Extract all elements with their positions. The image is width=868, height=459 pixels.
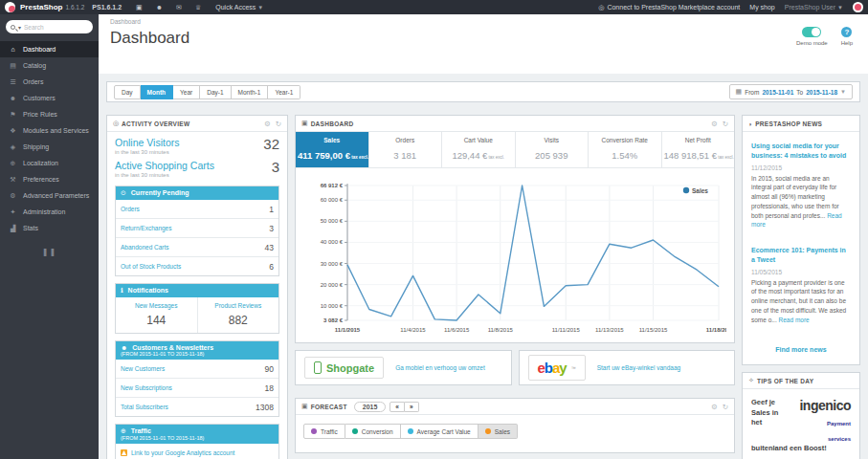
article-title[interactable]: Ecommerce 101: Payments in a Tweet: [751, 246, 851, 265]
demo-mode-control[interactable]: Demo mode: [796, 27, 828, 46]
sidebar-item-preferences[interactable]: ⚒Preferences: [0, 171, 99, 187]
activity-stat-label[interactable]: Active Shopping Carts: [115, 160, 279, 171]
sidebar-item-customers[interactable]: ☻Customers: [0, 90, 99, 106]
section-row-return-exchanges[interactable]: Return/Exchanges3: [116, 218, 278, 237]
svg-text:66 912 €: 66 912 €: [321, 183, 344, 188]
kpi-suffix: tax excl.: [487, 155, 504, 160]
section-row-out-of-stock-products[interactable]: Out of Stock Products6: [116, 256, 278, 275]
sidebar-item-catalog[interactable]: ▤Catalog: [0, 57, 99, 74]
row-value: 18: [265, 383, 274, 393]
sidebar-item-stats[interactable]: ▟Stats: [0, 220, 99, 236]
marketplace-link[interactable]: ◎Connect to PrestaShop Marketplace accou…: [598, 4, 740, 11]
mail-icon[interactable]: ✉: [176, 4, 182, 11]
brand: PrestaShop1.6.1.2: [20, 3, 84, 11]
article-title[interactable]: Using social media for your business: 4 …: [751, 142, 851, 161]
range-button-day[interactable]: Day: [114, 85, 141, 99]
kpi-row: Sales411 759,00 € tax excl.Orders3 181Ca…: [296, 132, 734, 168]
demo-mode-toggle[interactable]: [802, 27, 821, 37]
legend-chip-conversion[interactable]: Conversion: [345, 424, 401, 439]
stats-icon: ▟: [9, 225, 17, 232]
sidebar-item-price-rules[interactable]: ⚑Price Rules: [0, 106, 99, 122]
sidebar-item-advanced-parameters[interactable]: ⚙Advanced Parameters: [0, 187, 99, 204]
section-row-new-subscriptions[interactable]: New Subscriptions18: [116, 378, 278, 397]
forecast-prev-button[interactable]: «: [389, 402, 405, 412]
rss-icon: ◗: [748, 120, 752, 127]
cart-icon[interactable]: ▣: [136, 4, 143, 11]
forecast-next-button[interactable]: »: [405, 402, 419, 412]
breadcrumb[interactable]: Dashboard: [110, 18, 857, 25]
sidebar-item-shipping[interactable]: ◈Shipping: [0, 139, 99, 155]
notification-cell-new-messages[interactable]: New Messages144: [116, 297, 197, 333]
range-button-year-1[interactable]: Year-1: [268, 85, 300, 99]
sidebar-item-label: Modules and Services: [23, 127, 89, 134]
date-range-picker[interactable]: ▦ From2015-11-01 To2015-11-18 ▼: [729, 84, 853, 99]
notification-cell-product-reviews[interactable]: Product Reviews882: [197, 297, 279, 333]
help-control[interactable]: ? Help: [841, 27, 853, 46]
customers-icon: ☻: [9, 95, 17, 101]
search-scope-caret-icon[interactable]: ▾: [18, 24, 21, 31]
section-row-total-subscribers[interactable]: Total Subscribers1308: [116, 397, 278, 416]
sidebar-collapse-button[interactable]: ❚❚: [0, 248, 99, 256]
sidebar-item-modules-and-services[interactable]: ❖Modules and Services: [0, 122, 99, 139]
help-icon[interactable]: ?: [841, 27, 852, 37]
news-article[interactable]: Ecommerce 101: Payments in a Tweet11/05/…: [751, 238, 851, 333]
person-icon[interactable]: ☻: [156, 4, 163, 11]
kpi-tile-visits[interactable]: Visits205 939: [515, 132, 589, 167]
news-article[interactable]: Using social media for your business: 4 …: [751, 134, 851, 238]
user-avatar[interactable]: [853, 2, 863, 12]
svg-text:40 000 €: 40 000 €: [321, 239, 344, 245]
activity-stat-label[interactable]: Online Visitors: [115, 137, 279, 148]
range-button-month[interactable]: Month: [141, 85, 174, 99]
ebay-link[interactable]: Start uw eBay-winkel vandaag: [597, 364, 680, 371]
legend-label: Conversion: [362, 428, 393, 435]
sidebar-item-dashboard[interactable]: ⌂Dashboard: [0, 41, 99, 57]
kpi-tile-sales[interactable]: Sales411 759,00 € tax excl.: [296, 132, 368, 167]
section-row-orders[interactable]: Orders1: [116, 200, 278, 218]
sidebar-item-orders[interactable]: ☰Orders: [0, 74, 99, 90]
shopgate-link[interactable]: Ga mobiel en verhoog uw omzet: [395, 364, 485, 371]
section-row-abandoned-carts[interactable]: Abandoned Carts43: [116, 237, 278, 256]
main-area: Dashboard Dashboard Demo mode ? Help Day…: [99, 14, 868, 459]
gear-icon[interactable]: ⚙: [711, 120, 718, 128]
lightbulb-icon: ✧: [748, 377, 754, 384]
refresh-icon[interactable]: ↻: [723, 403, 728, 411]
my-shop-link[interactable]: My shop: [749, 4, 774, 11]
quick-access-menu[interactable]: Quick Access ▼: [215, 4, 263, 11]
legend-chip-average-cart-value[interactable]: Average Cart Value: [401, 424, 479, 439]
sidebar-item-administration[interactable]: ✦Administration: [0, 204, 99, 220]
user-menu[interactable]: PrestaShop User ▼: [785, 4, 843, 11]
legend-chip-traffic[interactable]: Traffic: [303, 424, 345, 439]
trophy-icon[interactable]: ♕: [195, 4, 201, 11]
section-title: Notifications: [128, 287, 168, 294]
kpi-tile-cart-value[interactable]: Cart Value129,44 € tax excl.: [441, 132, 515, 167]
row-label: Orders: [121, 206, 140, 212]
read-more-link[interactable]: Read more: [779, 317, 810, 323]
search-input[interactable]: [24, 24, 88, 31]
sidebar-item-label: Shipping: [23, 143, 49, 150]
range-button-year[interactable]: Year: [173, 85, 200, 99]
section-row-new-customers[interactable]: New Customers90: [116, 360, 278, 378]
activity-section-currently-pending: ⊙ Currently PendingOrders1Return/Exchang…: [115, 186, 279, 276]
section-title: Customers & Newsletters: [132, 344, 213, 351]
kpi-tile-net-profit[interactable]: Net Profit148 918,51 € tax excl.: [661, 132, 735, 167]
refresh-icon[interactable]: ↻: [723, 120, 728, 128]
refresh-icon[interactable]: ↻: [276, 120, 281, 128]
section-title: Traffic: [131, 427, 151, 434]
gear-icon[interactable]: ⚙: [264, 120, 271, 128]
google-analytics-link[interactable]: Link to your Google Analytics account: [116, 444, 278, 459]
sidebar-search[interactable]: ▾: [6, 20, 93, 33]
read-more-link[interactable]: Read more: [751, 212, 842, 229]
kpi-tile-orders[interactable]: Orders3 181: [368, 132, 442, 167]
range-button-day-1[interactable]: Day-1: [200, 85, 231, 99]
sidebar: ▾ ⌂Dashboard▤Catalog☰Orders☻Customers⚑Pr…: [0, 14, 99, 459]
kpi-tile-conversion-rate[interactable]: Conversion Rate1.54%: [588, 132, 661, 167]
find-more-news-link[interactable]: Find more news: [743, 337, 859, 364]
link-label: Link to your Google Analytics account: [131, 449, 234, 456]
sidebar-item-localization[interactable]: ⊕Localization: [0, 155, 99, 171]
gear-icon[interactable]: ⚙: [711, 403, 718, 411]
forecast-legend: TrafficConversionAverage Cart ValueSales: [296, 415, 734, 452]
svg-text:3 082 €: 3 082 €: [323, 317, 344, 323]
modules-icon: ❖: [9, 127, 17, 135]
legend-chip-sales[interactable]: Sales: [479, 424, 518, 439]
range-button-month-1[interactable]: Month-1: [232, 85, 269, 99]
